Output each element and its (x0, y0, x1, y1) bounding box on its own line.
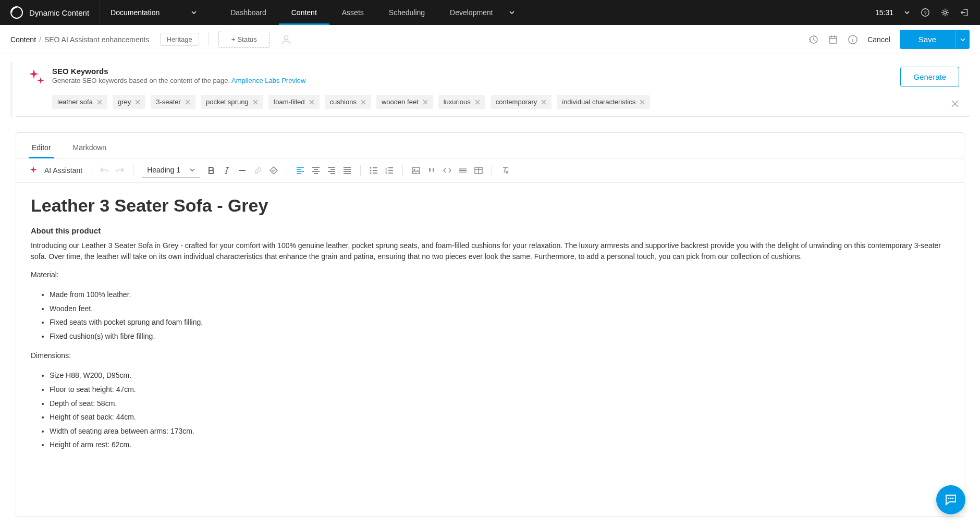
remove-icon[interactable] (475, 100, 480, 105)
user-icon[interactable] (280, 34, 292, 45)
clear-format-icon[interactable] (500, 166, 510, 175)
remove-icon[interactable] (135, 100, 140, 105)
brand-logo-icon (10, 6, 23, 19)
remove-icon[interactable] (640, 100, 645, 105)
tab-markdown[interactable]: Markdown (70, 138, 110, 158)
documentation-label: Documentation (111, 8, 160, 17)
list-item: Wooden feet. (50, 302, 949, 316)
italic-icon[interactable] (222, 166, 231, 175)
link-icon[interactable] (253, 166, 263, 175)
tab-editor[interactable]: Editor (29, 138, 54, 158)
code-icon[interactable] (443, 166, 452, 175)
keyword-chip: 3-seater (151, 95, 195, 109)
breadcrumb-root[interactable]: Content (10, 35, 36, 44)
save-dropdown-button[interactable] (955, 30, 970, 49)
list-item: Made from 100% leather. (50, 288, 949, 302)
svg-rect-6 (829, 36, 837, 43)
intro-paragraph: Introducing our Leather 3 Seater Sofa in… (31, 240, 949, 262)
keyword-chip: pocket sprung (201, 95, 263, 109)
svg-point-3 (944, 11, 946, 14)
svg-point-17 (948, 498, 950, 499)
brand-name: Dynamic Content (29, 8, 89, 17)
keyword-chip: luxurious (438, 95, 485, 109)
exit-icon[interactable] (960, 8, 970, 17)
list-item: Fixed seats with pocket sprung and foam … (50, 315, 949, 329)
keyword-chip: contemporary (491, 95, 552, 109)
keywords-row: leather sofagrey3-seaterpocket sprungfoa… (16, 91, 970, 117)
keyword-chip: cushions (325, 95, 371, 109)
keyword-label: leather sofa (57, 98, 93, 106)
seo-header-text: SEO Keywords Generate SEO keywords based… (52, 67, 900, 84)
list-item: Depth of seat: 58cm. (50, 397, 949, 411)
strikethrough-icon[interactable] (238, 166, 247, 175)
amplience-preview-link[interactable]: Amplience Labs Preview (231, 77, 305, 84)
undo-icon[interactable] (100, 166, 109, 175)
info-icon[interactable] (848, 34, 858, 45)
add-status-button[interactable]: + Status (218, 31, 270, 48)
nav-dashboard[interactable]: Dashboard (218, 0, 279, 25)
remove-icon[interactable] (253, 100, 258, 105)
remove-icon[interactable] (541, 100, 546, 105)
close-icon[interactable] (951, 100, 959, 108)
remove-icon[interactable] (97, 100, 102, 105)
generate-button[interactable]: Generate (900, 67, 959, 87)
keyword-label: luxurious (444, 98, 471, 106)
bullet-list-icon[interactable] (369, 166, 378, 175)
align-justify-icon[interactable] (342, 166, 352, 175)
save-button[interactable]: Save (900, 30, 955, 49)
align-right-icon[interactable] (327, 166, 336, 175)
content-heading: Leather 3 Seater Sofa - Grey (31, 195, 949, 216)
list-item: Fixed cushion(s) with fibre filling. (50, 329, 949, 343)
align-left-icon[interactable] (296, 166, 305, 175)
quote-icon[interactable] (427, 166, 436, 175)
top-header-right: 15:31 ? (875, 8, 980, 17)
remove-icon[interactable] (423, 100, 428, 105)
sub-header: Content / SEO AI Assistant enhancements … (0, 25, 980, 54)
anchor-icon[interactable] (269, 166, 278, 175)
material-heading: Material: (31, 269, 949, 280)
documentation-dropdown[interactable]: Documentation (100, 8, 207, 17)
keyword-label: contemporary (496, 98, 537, 106)
svg-point-4 (284, 35, 288, 39)
image-icon[interactable] (411, 166, 421, 175)
cancel-link[interactable]: Cancel (867, 35, 890, 44)
svg-text:3: 3 (385, 171, 387, 175)
toolbar-separator (402, 165, 403, 176)
nav-content[interactable]: Content (279, 0, 329, 25)
bold-icon[interactable] (206, 166, 216, 175)
top-nav: Dashboard Content Assets Scheduling Deve… (218, 0, 527, 25)
sparkle-icon (29, 166, 38, 175)
toolbar-separator (133, 165, 133, 176)
editor-card: Editor Markdown AI Assistant Heading 1 1… (16, 132, 964, 517)
heritage-chip[interactable]: Heritage (160, 33, 199, 46)
ai-assistant-label[interactable]: AI Assistant (44, 166, 82, 175)
heading-select[interactable]: Heading 1 (142, 163, 200, 178)
brand-section: Dynamic Content (0, 0, 100, 25)
calendar-icon[interactable] (828, 34, 838, 45)
list-item: Size H88, W200, D95cm. (50, 368, 949, 383)
chevron-down-icon (509, 9, 515, 16)
keyword-chip: grey (113, 95, 145, 109)
table-icon[interactable] (474, 166, 483, 175)
nav-assets[interactable]: Assets (329, 0, 376, 25)
remove-icon[interactable] (309, 100, 314, 105)
remove-icon[interactable] (361, 100, 366, 105)
history-icon[interactable] (808, 34, 818, 45)
nav-development[interactable]: Development (437, 0, 528, 25)
svg-point-8 (370, 167, 371, 169)
chat-fab[interactable] (936, 485, 965, 514)
keyword-label: individual characteristics (562, 98, 635, 106)
redo-icon[interactable] (115, 166, 125, 175)
chevron-down-icon[interactable] (904, 9, 910, 16)
nav-scheduling[interactable]: Scheduling (376, 0, 437, 25)
remove-icon[interactable] (185, 100, 190, 105)
horizontal-rule-icon[interactable] (458, 166, 468, 175)
seo-keywords-panel: SEO Keywords Generate SEO keywords based… (10, 61, 970, 117)
ordered-list-icon[interactable]: 123 (385, 166, 394, 175)
gear-icon[interactable] (940, 8, 950, 17)
align-center-icon[interactable] (311, 166, 321, 175)
keyword-chip: wooden feet (376, 95, 433, 109)
editor-content[interactable]: Leather 3 Seater Sofa - Grey About this … (16, 183, 964, 516)
help-icon[interactable]: ? (921, 8, 930, 17)
svg-point-19 (952, 498, 954, 499)
